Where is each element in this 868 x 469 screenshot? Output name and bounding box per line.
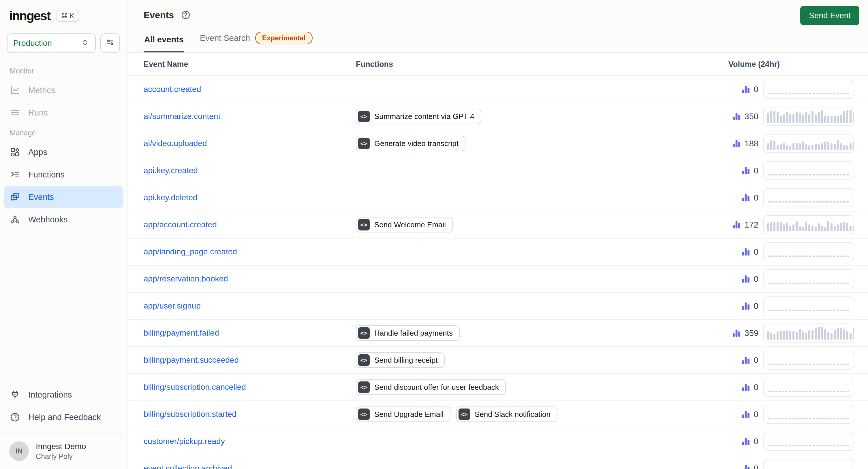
volume-count: 0 [705,382,758,392]
page-title: Events [144,10,174,21]
volume-number: 0 [754,193,758,203]
functions-cell: <>Summarize content via GPT-4 [356,109,701,124]
volume-count: 188 [705,139,758,148]
code-icon: <> [358,219,370,231]
volume-sparkline [763,134,854,153]
environment-selected-label: Production [13,39,52,48]
bar-chart-icon [733,112,741,121]
user-menu[interactable]: IN Inngest Demo Charly Poly [0,434,127,469]
function-name: Generate video transcript [374,139,459,148]
volume-sparkline [763,350,854,370]
function-badge[interactable]: <>Send discount offer for user feedback [356,379,506,395]
volume-sparkline [763,215,854,234]
function-name: Send Slack notification [475,410,551,419]
event-name-link[interactable]: billing/payment.succeeded [144,356,351,365]
bar-chart-icon [742,302,750,310]
code-icon: <> [358,138,370,149]
volume-number: 0 [754,301,758,311]
sidebar-item-events[interactable]: Events [4,186,123,208]
volume-sparkline [763,80,854,99]
table-row: customer/pickup.ready0 [127,428,868,455]
function-name: Send billing receipt [374,356,438,365]
volume-number: 0 [754,410,758,419]
volume-sparkline [763,378,854,397]
zero-volume-baseline [768,391,849,392]
event-name-link[interactable]: app/user.signup [144,301,351,310]
event-name-link[interactable]: billing/subscription.started [144,410,351,419]
function-badge[interactable]: <>Summarize content via GPT-4 [356,109,481,124]
event-name-link[interactable]: customer/pickup.ready [144,437,351,446]
sidebar-item-label: Metrics [28,86,55,95]
apps-icon [10,147,20,157]
tab-all-events[interactable]: All events [144,33,184,53]
volume-number: 0 [754,274,758,284]
zero-volume-baseline [768,256,849,257]
table-row: app/account.created<>Send Welcome Email1… [127,211,868,238]
event-name-link[interactable]: app/landing_page.created [144,247,351,257]
events-icon [10,192,20,202]
sidebar-item-runs[interactable]: Runs [4,102,123,124]
volume-sparkline [763,107,854,126]
event-name-link[interactable]: api.key.deleted [144,193,351,202]
sidebar-item-functions[interactable]: Functions [4,164,123,186]
volume-sparkline [763,405,854,424]
zero-volume-baseline [768,364,849,365]
tab-bar: All events Event Search Experimental [144,29,854,53]
zero-volume-baseline [768,174,849,175]
column-header-functions: Functions [356,60,701,69]
sliders-icon [105,37,115,49]
code-icon: <> [358,408,370,420]
volume-count: 0 [705,356,758,365]
table-row: api.key.created0 [127,157,868,185]
event-name-link[interactable]: api.key.created [144,166,351,175]
sidebar-footer-nav: IntegrationsHelp and Feedback [0,384,127,428]
function-name: Handle failed payments [374,329,453,338]
table-row: app/user.signup0 [127,293,868,320]
events-table: Event Name Functions Volume (24hr) accou… [127,53,868,469]
event-name-link[interactable]: billing/payment.failed [144,328,351,338]
send-event-button[interactable]: Send Event [800,6,859,25]
sidebar-item-metrics[interactable]: Metrics [4,79,123,101]
section-label-monitor: Monitor [0,62,127,79]
environment-settings-button[interactable] [100,33,120,53]
function-badge[interactable]: <>Handle failed payments [356,325,460,341]
volume-sparkline [763,324,854,342]
event-name-link[interactable]: app/reservation.booked [144,274,351,283]
event-name-link[interactable]: ai/summarize.content [144,112,351,121]
sidebar-item-webhooks[interactable]: Webhooks [4,208,123,231]
help-circle-icon[interactable] [181,10,191,20]
tab-event-search[interactable]: Event Search Experimental [199,29,313,53]
table-row: billing/subscription.started<>Send Upgra… [127,401,868,428]
volume-count: 0 [705,437,758,446]
code-icon: <> [358,111,370,122]
volume-number: 0 [754,437,758,446]
event-name-link[interactable]: event.collection.archived [144,464,351,469]
function-badge[interactable]: <>Send Welcome Email [356,217,453,233]
event-name-link[interactable]: account.created [144,85,351,94]
volume-number: 188 [745,139,758,148]
function-badge[interactable]: <>Send Upgrade Email [356,406,451,422]
event-name-link[interactable]: billing/subscription.cancelled [144,382,351,392]
code-icon: <> [358,381,370,393]
event-name-link[interactable]: app/account.created [144,220,351,229]
zero-volume-baseline [768,418,849,419]
bar-chart-icon [742,194,750,202]
event-name-link[interactable]: ai/video.uploaded [144,139,351,148]
volume-count: 359 [705,328,758,338]
function-badge[interactable]: <>Send billing receipt [356,352,445,368]
sidebar-item-apps[interactable]: Apps [4,141,123,163]
volume-sparkline [763,269,854,289]
function-badge[interactable]: <>Send Slack notification [456,406,557,422]
environment-selector[interactable]: Production [7,33,96,53]
plug-icon [10,390,20,400]
sidebar-item-label: Events [28,193,54,202]
sidebar-item-integrations[interactable]: Integrations [4,384,123,406]
function-badge[interactable]: <>Generate video transcript [356,136,465,151]
volume-number: 0 [754,382,758,392]
command-k-shortcut[interactable]: ⌘ K [56,10,79,22]
code-icon: <> [459,408,470,420]
table-row: ai/summarize.content<>Summarize content … [127,103,868,130]
sidebar-item-label: Integrations [28,390,72,400]
sidebar-item-help-and-feedback[interactable]: Help and Feedback [4,406,123,428]
table-row: ai/video.uploaded<>Generate video transc… [127,130,868,157]
